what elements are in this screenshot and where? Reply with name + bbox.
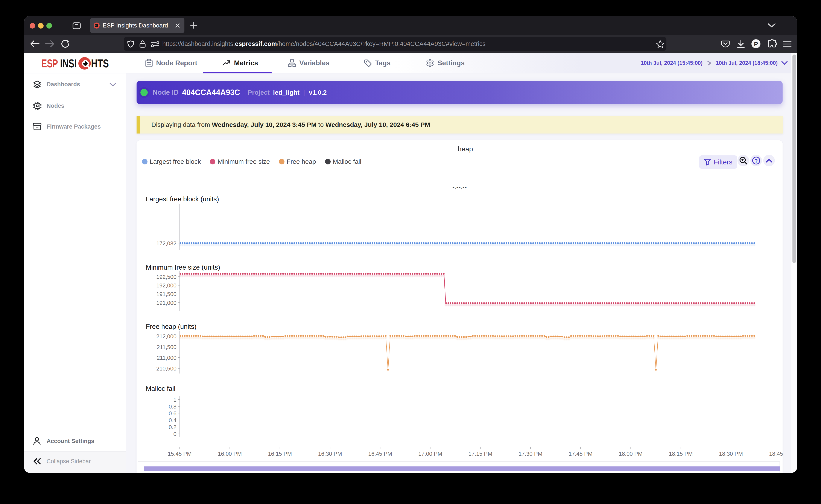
svg-text:15:45 PM: 15:45 PM: [168, 451, 192, 457]
svg-text:210,500: 210,500: [156, 365, 176, 372]
svg-text:16:30 PM: 16:30 PM: [318, 451, 342, 457]
svg-text:1: 1: [173, 396, 176, 403]
svg-text:17:15 PM: 17:15 PM: [468, 451, 492, 457]
svg-text:Malloc fail: Malloc fail: [146, 385, 175, 392]
svg-text:Minimum free size (units): Minimum free size (units): [146, 264, 220, 271]
svg-text:0: 0: [173, 431, 176, 437]
svg-text:Free heap (units): Free heap (units): [146, 323, 196, 330]
svg-text:0.8: 0.8: [169, 403, 176, 410]
svg-text:17:00 PM: 17:00 PM: [418, 451, 442, 457]
svg-text:172,032: 172,032: [156, 240, 176, 247]
svg-text:0.2: 0.2: [169, 424, 176, 430]
svg-text:P: P: [754, 41, 758, 47]
svg-text:Largest free block (units): Largest free block (units): [146, 195, 219, 203]
svg-text:18:15 PM: 18:15 PM: [669, 451, 693, 457]
svg-text:18:45 PM: 18:45 PM: [769, 451, 783, 457]
svg-text:17:45 PM: 17:45 PM: [569, 451, 593, 457]
svg-text:212,000: 212,000: [156, 333, 176, 340]
svg-text:INSI: INSI: [60, 57, 77, 70]
svg-text:16:00 PM: 16:00 PM: [218, 451, 242, 457]
svg-text:192,500: 192,500: [156, 274, 176, 280]
svg-text:ESP: ESP: [41, 57, 58, 70]
svg-text:0.4: 0.4: [169, 417, 176, 424]
svg-text:16:45 PM: 16:45 PM: [368, 451, 392, 457]
svg-text:191,000: 191,000: [156, 300, 176, 306]
svg-text:192,000: 192,000: [156, 282, 176, 289]
svg-text:0.6: 0.6: [169, 410, 176, 417]
svg-text:191,500: 191,500: [156, 291, 176, 297]
svg-text:18:00 PM: 18:00 PM: [619, 451, 643, 457]
svg-text:211,000: 211,000: [157, 355, 176, 361]
svg-text:HTS: HTS: [91, 57, 109, 70]
svg-text:18:30 PM: 18:30 PM: [719, 451, 743, 457]
svg-text:211,500: 211,500: [157, 344, 176, 350]
svg-text:16:15 PM: 16:15 PM: [268, 451, 292, 457]
svg-text:17:30 PM: 17:30 PM: [518, 451, 542, 457]
